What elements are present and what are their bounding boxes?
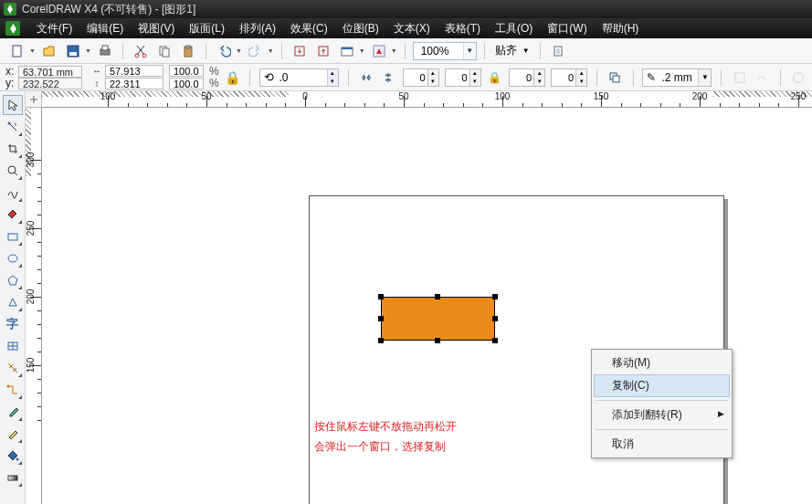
menu-arrange[interactable]: 排列(A): [232, 18, 283, 39]
svg-rect-14: [342, 47, 353, 49]
outline-tool[interactable]: [3, 424, 23, 444]
eyedropper-tool[interactable]: [3, 402, 23, 422]
print-icon[interactable]: [95, 41, 115, 61]
property-bar: x:63.701 mm y:232.522 mm ↔57.913 mm ↕22.…: [0, 64, 812, 91]
menu-effects[interactable]: 效果(C): [283, 18, 335, 39]
context-menu: 移动(M) 复制(C) 添加到翻转(R)▶ 取消: [591, 349, 733, 458]
redo-icon[interactable]: [246, 41, 266, 61]
height-input[interactable]: 22.311 mm: [105, 78, 163, 89]
window-title: CorelDRAW X4 (不可转售) - [图形1]: [22, 2, 195, 17]
dimension-tool[interactable]: [3, 358, 23, 378]
shape-tool[interactable]: [3, 117, 23, 137]
svg-rect-19: [735, 73, 744, 82]
corner-tl-input[interactable]: 0: [403, 68, 428, 87]
snap-dropdown[interactable]: 贴齐▼: [492, 43, 533, 58]
mirror-v-icon[interactable]: [380, 68, 397, 88]
save-icon[interactable]: [63, 41, 83, 61]
interactive-fill-tool[interactable]: [3, 467, 23, 488]
corner-br-input[interactable]: 0: [551, 68, 576, 87]
menu-bitmap[interactable]: 位图(B): [335, 18, 386, 39]
convert-curve-icon[interactable]: [754, 68, 771, 88]
rotation-input[interactable]: ⟲.0▴▾: [259, 68, 339, 87]
menu-table[interactable]: 表格(T): [438, 18, 488, 39]
smart-fill-tool[interactable]: [3, 205, 23, 225]
ruler-horizontal[interactable]: 10050050100150200250: [42, 91, 812, 108]
mirror-h-icon[interactable]: [357, 68, 374, 88]
paste-icon[interactable]: [178, 41, 198, 61]
ruler-origin[interactable]: [26, 91, 42, 108]
svg-rect-20: [794, 73, 803, 82]
standard-toolbar: ▼ ▼ ▼ ▼ ▼ ▼ 100%▼ 贴齐▼: [0, 38, 812, 64]
size-inputs: ↔57.913 mm ↕22.311 mm: [91, 65, 163, 89]
selected-rectangle[interactable]: [381, 297, 495, 341]
ctx-add-flip[interactable]: 添加到翻转(R)▶: [594, 404, 730, 426]
open-icon[interactable]: [39, 41, 59, 61]
position-readout: x:63.701 mm y:232.522 mm: [5, 66, 86, 89]
outline-width-combo[interactable]: ✎.2 mm▼: [642, 68, 712, 87]
menu-edit[interactable]: 编辑(E): [79, 18, 131, 39]
corner-options-icon[interactable]: [789, 68, 807, 88]
zoom-tool[interactable]: [3, 161, 23, 181]
freehand-tool[interactable]: [3, 183, 23, 203]
svg-rect-23: [8, 234, 17, 240]
scale-inputs: 100.0 100.0: [169, 65, 204, 89]
svg-point-24: [8, 255, 17, 262]
annotation-text: 按住鼠标左键不放拖动再松开 会弹出一个窗口，选择复制: [314, 416, 457, 457]
import-icon[interactable]: [290, 41, 310, 61]
ctx-cancel[interactable]: 取消: [594, 433, 730, 456]
wrap-text-icon[interactable]: [731, 68, 748, 88]
toolbox: 字: [0, 91, 26, 504]
publish-icon[interactable]: [337, 41, 357, 61]
title-bar: CorelDRAW X4 (不可转售) - [图形1]: [0, 0, 812, 18]
to-front-icon[interactable]: [606, 68, 624, 88]
copy-icon[interactable]: [154, 41, 174, 61]
menu-file[interactable]: 文件(F): [29, 18, 79, 39]
y-value: 232.522 mm: [18, 78, 82, 89]
lock-ratio-icon[interactable]: 🔒: [225, 70, 240, 85]
scale-x-input[interactable]: 100.0: [169, 65, 204, 77]
app-launcher-icon[interactable]: [369, 41, 389, 61]
fill-tool[interactable]: [3, 446, 23, 466]
menu-view[interactable]: 视图(V): [131, 18, 182, 39]
corner-tr-input[interactable]: 0: [445, 68, 470, 87]
polygon-tool[interactable]: [3, 270, 23, 290]
width-icon: ↔: [91, 66, 102, 76]
height-icon: ↕: [91, 79, 102, 89]
canvas[interactable]: 按住鼠标左键不放拖动再松开 会弹出一个窗口，选择复制 移动(M) 复制(C) 添…: [42, 108, 812, 504]
text-tool[interactable]: 字: [3, 314, 23, 334]
ctx-move[interactable]: 移动(M): [594, 352, 730, 374]
pick-tool[interactable]: [3, 95, 23, 115]
table-tool[interactable]: [3, 336, 23, 356]
rectangle-tool[interactable]: [3, 226, 23, 247]
ctx-copy[interactable]: 复制(C): [594, 374, 730, 397]
svg-rect-4: [102, 46, 108, 50]
svg-rect-28: [8, 476, 17, 480]
menu-tools[interactable]: 工具(O): [488, 18, 540, 39]
crop-tool[interactable]: [3, 139, 23, 159]
x-value: 63.701 mm: [18, 66, 82, 78]
app-menu-icon[interactable]: [5, 21, 20, 36]
svg-point-22: [8, 166, 16, 173]
export-icon[interactable]: [313, 41, 333, 61]
scale-y-input[interactable]: 100.0: [169, 78, 204, 89]
zoom-value: 100%: [414, 45, 463, 58]
connector-tool[interactable]: [3, 380, 23, 400]
width-input[interactable]: 57.913 mm: [105, 65, 163, 77]
basic-shapes-tool[interactable]: [3, 292, 23, 312]
menu-help[interactable]: 帮助(H): [595, 18, 647, 39]
new-icon[interactable]: [7, 41, 27, 61]
ellipse-tool[interactable]: [3, 248, 23, 268]
workspace: 字 10050050100150200250 300250200150: [0, 91, 812, 504]
corner-lock-icon[interactable]: 🔒: [487, 68, 504, 88]
undo-icon[interactable]: [214, 41, 234, 61]
options-icon[interactable]: [548, 41, 568, 61]
zoom-combo[interactable]: 100%▼: [413, 42, 477, 60]
menu-text[interactable]: 文本(X): [386, 18, 438, 39]
menu-bar: 文件(F) 编辑(E) 视图(V) 版面(L) 排列(A) 效果(C) 位图(B…: [0, 18, 812, 38]
menu-window[interactable]: 窗口(W): [540, 18, 594, 39]
menu-layout[interactable]: 版面(L): [182, 18, 232, 39]
corner-bl-input[interactable]: 0: [509, 68, 534, 87]
cut-icon[interactable]: [131, 41, 151, 61]
svg-rect-8: [163, 48, 169, 57]
ruler-vertical[interactable]: 300250200150: [26, 108, 42, 504]
